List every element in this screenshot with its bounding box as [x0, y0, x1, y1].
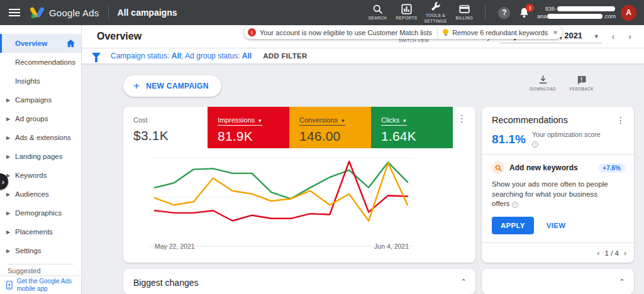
- metric-dropdown[interactable]: Clicks▼: [381, 116, 407, 126]
- chevron-down-icon: ▼: [594, 33, 599, 40]
- x-axis-start-label: May 22, 2021: [155, 242, 195, 250]
- account-info[interactable]: 836- ana .com: [537, 5, 616, 20]
- page-prev-button[interactable]: ‹: [597, 249, 600, 258]
- sidebar-item-keywords[interactable]: ▶ Keywords: [0, 166, 81, 185]
- recommendation-item[interactable]: Add new keywords +7.6%: [492, 161, 625, 174]
- sidebar-item-label: Overview: [15, 40, 47, 47]
- sidebar-item-campaigns[interactable]: ▶ Campaigns: [0, 90, 81, 109]
- sidebar-divider: [8, 264, 74, 264]
- add-filter-button[interactable]: ADD FILTER: [263, 52, 308, 60]
- search-label: SEARCH: [369, 16, 387, 21]
- notifications-bell[interactable]: !: [519, 7, 530, 18]
- account-id-prefix: 836-: [545, 5, 557, 13]
- mobile-app-promo-label: Get the Google Ads mobile app: [17, 278, 77, 293]
- metric-conversions[interactable]: Conversions▼ 146.00: [289, 107, 371, 148]
- sidebar-item-ads-extensions[interactable]: ▶ Ads & extensions: [0, 128, 81, 147]
- google-ads-logo-icon: [30, 6, 44, 19]
- sidebar-item-insights[interactable]: Insights: [0, 72, 81, 90]
- new-campaign-button[interactable]: + NEW CAMPAIGN: [123, 75, 221, 97]
- metric-label: Conversions: [299, 116, 338, 124]
- sidebar-item-recommendations[interactable]: Recommendations: [0, 53, 81, 72]
- topbar-divider: [108, 6, 109, 19]
- sidebar-item-ad-groups[interactable]: ▶ Ad groups: [0, 109, 81, 128]
- metric-cost[interactable]: Cost $3.1K: [123, 107, 208, 148]
- secondary-stub-card[interactable]: ⌃: [482, 269, 634, 294]
- error-icon: !: [248, 28, 256, 36]
- close-icon[interactable]: ×: [553, 28, 557, 37]
- metric-value: 1.64K: [381, 129, 453, 144]
- keyword-search-icon: [492, 161, 504, 174]
- page-next-button[interactable]: ›: [624, 249, 626, 258]
- apply-button[interactable]: APPLY: [492, 217, 534, 234]
- date-next-button[interactable]: ›: [625, 31, 635, 41]
- expand-icon[interactable]: ⌃: [460, 278, 467, 294]
- tools-settings-button[interactable]: TOOLS & SETTINGS: [421, 1, 450, 23]
- banner-divider: [437, 28, 438, 37]
- metric-clicks[interactable]: Clicks▼ 1.64K: [371, 107, 453, 148]
- billing-button[interactable]: BILLING: [450, 4, 479, 21]
- card-divider: [482, 154, 634, 155]
- recommendations-title: Recommendations: [492, 115, 568, 125]
- metric-impressions[interactable]: Impressions▼ 81.9K: [208, 107, 289, 148]
- page-title: Overview: [97, 31, 142, 42]
- chevron-down-icon: ▼: [257, 118, 262, 124]
- chevron-right-icon: ▶: [6, 135, 10, 141]
- download-button[interactable]: DOWNLOAD: [530, 75, 555, 91]
- help-icon[interactable]: ?: [498, 7, 510, 19]
- sidebar-item-demographics[interactable]: ▶ Demographics: [0, 204, 81, 222]
- recommendation-description: Show your ads more often to people searc…: [492, 180, 611, 209]
- metric-value: 146.00: [299, 129, 371, 144]
- filter-seg: Campaign status:: [111, 52, 169, 60]
- reports-label: REPORTS: [396, 16, 417, 21]
- lightbulb-icon: [443, 29, 448, 35]
- page-indicator: 1 / 4: [605, 249, 619, 257]
- chevron-right-icon: ▶: [6, 154, 10, 160]
- menu-icon[interactable]: [9, 9, 20, 16]
- expand-icon[interactable]: ⌃: [619, 278, 625, 294]
- topbar-divider: [485, 5, 486, 20]
- help-icon[interactable]: ?: [532, 141, 538, 148]
- metric-dropdown[interactable]: Impressions▼: [218, 116, 262, 126]
- trend-chart: May 22, 2021 Jun 4, 2021: [123, 148, 475, 263]
- reports-button[interactable]: REPORTS: [392, 4, 421, 21]
- account-email-prefix: ana: [537, 13, 547, 20]
- reports-icon: [401, 4, 412, 14]
- help-icon[interactable]: ?: [512, 202, 518, 208]
- sidebar-item-label: Ad groups: [15, 115, 48, 122]
- bell-badge: !: [526, 4, 534, 12]
- active-filters[interactable]: Campaign status: All; Ad group status: A…: [111, 52, 252, 60]
- feedback-icon: [577, 75, 586, 85]
- metric-dropdown[interactable]: Conversions▼: [299, 116, 345, 126]
- chevron-right-icon: ▶: [6, 210, 10, 216]
- sidebar-item-settings[interactable]: ▶ Settings: [0, 241, 81, 260]
- sidebar-item-label: Audiences: [15, 190, 49, 198]
- sidebar-item-label: Recommendations: [15, 58, 75, 66]
- brand[interactable]: Google Ads: [30, 6, 99, 19]
- sidebar-item-audiences[interactable]: ▶ Audiences: [0, 185, 81, 204]
- filter-value: All: [172, 52, 181, 60]
- metric-label: Clicks: [381, 116, 399, 124]
- sidebar-item-placements[interactable]: ▶ Placements: [0, 222, 81, 241]
- notification-text[interactable]: Your account is now eligible to use Cust…: [260, 29, 432, 36]
- sidebar-item-landing-pages[interactable]: ▶ Landing pages: [0, 147, 81, 166]
- kebab-menu-icon[interactable]: ⋮: [616, 115, 625, 125]
- biggest-changes-card[interactable]: Biggest changes ⌃: [123, 269, 475, 294]
- filter-icon: [92, 53, 101, 58]
- chevron-right-icon: ▶: [6, 248, 10, 254]
- feedback-button[interactable]: FEEDBACK: [570, 75, 594, 91]
- filter-bar: Campaign status: All; Ad group status: A…: [82, 48, 644, 64]
- sidebar-item-label: Placements: [15, 228, 53, 236]
- search-button[interactable]: SEARCH: [363, 4, 392, 21]
- sidebar-item-overview[interactable]: Overview: [0, 34, 81, 53]
- view-button[interactable]: VIEW: [547, 222, 566, 229]
- mobile-app-promo[interactable]: Get the Google Ads mobile app: [0, 276, 81, 294]
- kebab-menu-icon[interactable]: ⋮: [457, 107, 475, 148]
- overview-content: + NEW CAMPAIGN DOWNLOAD: [82, 64, 644, 294]
- recommendation-description-text: Show your ads more often to people searc…: [492, 180, 608, 207]
- metric-value: $3.1K: [133, 128, 208, 143]
- avatar[interactable]: A: [621, 5, 636, 21]
- notification-text[interactable]: Remove 6 redundant keywords: [452, 29, 548, 36]
- date-prev-button[interactable]: ‹: [608, 31, 619, 41]
- search-icon: [372, 4, 383, 14]
- sidebar-item-label: Landing pages: [15, 153, 62, 160]
